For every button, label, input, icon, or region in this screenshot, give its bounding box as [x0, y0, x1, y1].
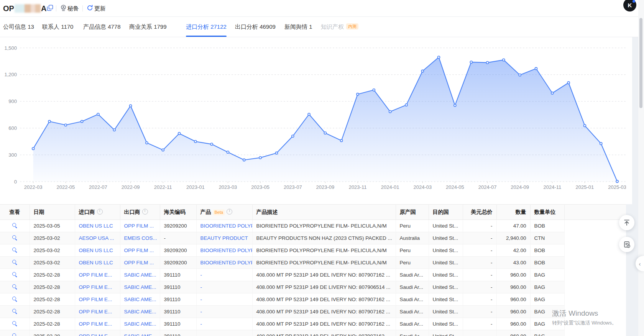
cell-product-value[interactable]: BIOORIENTED POLYPR... — [200, 247, 253, 253]
cell-product-value[interactable]: BIOORIENTED POLYPR... — [200, 223, 253, 229]
scrollbar-thumb[interactable] — [639, 18, 642, 108]
data-point-marker — [535, 67, 537, 70]
x-axis-tick-label: 2023-01 — [186, 184, 205, 190]
cell-product-value[interactable]: BIOORIENTED POLYPR... — [200, 260, 253, 266]
cell-importer-value[interactable]: OBEN US LLC — [79, 247, 113, 253]
cell-destination: United St... — [429, 293, 463, 306]
location-label[interactable]: 秘鲁 — [67, 5, 79, 12]
cell-importer-value[interactable]: OPP FILM E... — [79, 321, 112, 327]
tab-news[interactable]: 新闻舆情 1 — [284, 17, 312, 37]
cell-importer: OBEN US LLC — [75, 220, 120, 232]
data-point-marker — [551, 92, 554, 94]
view-details-magnifier-icon[interactable] — [12, 308, 18, 314]
cell-exporter-value[interactable]: OPP FILM ... — [124, 247, 154, 253]
cell-unit: BAG — [530, 269, 564, 281]
view-details-magnifier-icon[interactable] — [12, 296, 18, 302]
cell-view — [0, 318, 30, 330]
x-axis-tick-label: 2024-07 — [478, 184, 497, 190]
cell-importer-value[interactable]: OPP FILM E... — [79, 309, 112, 315]
cell-importer-value[interactable]: OPP FILM E... — [79, 297, 112, 302]
tab-export-analysis[interactable]: 出口分析 46909 — [235, 17, 276, 37]
tab-contacts[interactable]: 联系人 1170 — [42, 17, 73, 37]
info-icon[interactable] — [142, 209, 148, 215]
scrollbar-track[interactable] — [638, 0, 644, 336]
cell-view — [0, 257, 30, 269]
cell-origin-value: Saudi Ar... — [400, 321, 424, 327]
cell-product-value[interactable]: - — [200, 333, 202, 336]
column-header-label: 数量单位 — [534, 209, 556, 215]
cell-exporter: SABIC AME... — [120, 318, 160, 330]
cell-exporter-value[interactable]: SABIC AME... — [124, 333, 156, 336]
cell-description: 408.000 MT PP 5231P 149 DEL IVERY NO: 80… — [252, 330, 396, 336]
report-button[interactable] — [619, 237, 634, 252]
data-point-marker — [210, 143, 213, 145]
cell-date: 2025-03-02 — [30, 244, 75, 257]
cell-origin: Saudi Ar... — [396, 281, 429, 293]
tab-products[interactable]: 产品信息 4778 — [83, 17, 121, 37]
cell-unit-value: BAG — [534, 309, 545, 315]
cell-exporter-value[interactable]: OPP FILM ... — [124, 223, 154, 229]
view-details-magnifier-icon[interactable] — [12, 321, 18, 326]
tab-import-analysis[interactable]: 进口分析 27122 — [186, 17, 227, 37]
cell-quantity: 47.00 — [496, 220, 530, 232]
user-avatar[interactable]: K — [623, 0, 636, 11]
data-point-marker — [616, 180, 618, 183]
cell-importer-value[interactable]: OPP FILM E... — [79, 272, 112, 278]
cell-exporter-value[interactable]: EMEIS COS... — [124, 235, 157, 241]
cell-view — [0, 330, 30, 336]
view-details-magnifier-icon[interactable] — [12, 223, 18, 228]
cell-exporter: OPP FILM ... — [120, 244, 160, 257]
cell-date-value: 2025-03-05 — [34, 223, 60, 229]
view-details-magnifier-icon[interactable] — [12, 284, 18, 290]
cell-view — [0, 281, 30, 293]
info-icon[interactable] — [97, 209, 103, 215]
cell-filler — [564, 220, 626, 232]
cell-origin: Peru — [396, 244, 429, 257]
back-to-top-button[interactable] — [619, 215, 634, 230]
refresh-button[interactable]: 更新 — [94, 5, 106, 12]
cell-usd_total: - — [463, 330, 496, 336]
cell-exporter-value[interactable]: SABIC AME... — [124, 297, 156, 302]
view-details-magnifier-icon[interactable] — [12, 333, 18, 336]
view-details-magnifier-icon[interactable] — [12, 259, 18, 265]
cell-hs_code: 391110 — [160, 330, 196, 336]
y-axis-tick-label: 1,500 — [4, 45, 17, 51]
copy-icon[interactable] — [47, 5, 53, 13]
cell-exporter-value[interactable]: SABIC AME... — [124, 272, 156, 278]
data-point-marker — [113, 129, 115, 131]
cell-importer-value[interactable]: OPP FILM E... — [79, 333, 112, 336]
cell-product-value[interactable]: - — [200, 321, 202, 327]
cell-exporter-value[interactable]: SABIC AME... — [124, 321, 156, 327]
cell-usd_total-value: - — [491, 333, 493, 336]
data-point-marker — [584, 125, 586, 127]
cell-product-value[interactable]: - — [200, 272, 202, 278]
cell-product-value[interactable]: BEAUTY PRODUCT — [200, 235, 248, 241]
view-details-magnifier-icon[interactable] — [12, 235, 18, 241]
cell-exporter-value[interactable]: OPP FILM ... — [124, 260, 154, 266]
cell-exporter-value[interactable]: SABIC AME... — [124, 309, 156, 315]
cell-date: 2025-02-28 — [30, 306, 75, 318]
tab-ip[interactable]: 知识产权内测 — [321, 17, 358, 37]
cell-exporter: SABIC AME... — [120, 269, 160, 281]
tab-label: 出口分析 46909 — [235, 23, 276, 30]
cell-exporter-value[interactable]: SABIC AME... — [124, 284, 156, 290]
cell-product-value[interactable]: - — [200, 284, 202, 290]
column-header-description: 产品描述 — [252, 205, 396, 220]
info-icon[interactable] — [227, 209, 232, 215]
cell-importer-value[interactable]: OBEN US LLC — [79, 223, 113, 229]
cell-importer-value[interactable]: OPP FILM E... — [79, 284, 112, 290]
cell-importer-value[interactable]: AESOP USA ... — [79, 235, 114, 241]
cell-hs_code: 391110 — [160, 306, 196, 318]
view-details-magnifier-icon[interactable] — [12, 272, 18, 277]
cell-product-value[interactable]: - — [200, 309, 202, 315]
refresh-icon[interactable] — [87, 5, 93, 13]
view-details-magnifier-icon[interactable] — [12, 247, 18, 253]
cell-importer: OPP FILM E... — [75, 330, 120, 336]
tab-company-info[interactable]: 公司信息 13 — [3, 17, 34, 37]
cell-importer-value[interactable]: OBEN US LLC — [79, 260, 113, 266]
cell-product: - — [196, 269, 252, 281]
cell-description-value: BIORIENTED POLYPROPYLENE FILM- PELICULA,… — [256, 223, 387, 229]
cell-view — [0, 293, 30, 306]
tab-trade-relations[interactable]: 商业关系 1799 — [129, 17, 167, 37]
cell-product-value[interactable]: - — [200, 297, 202, 302]
